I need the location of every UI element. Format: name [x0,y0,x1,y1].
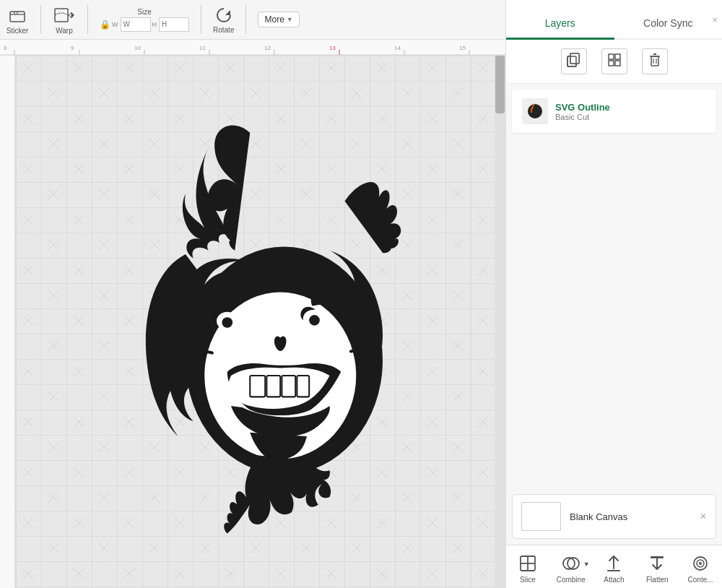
lock-icon[interactable]: 🔒 [100,20,110,30]
svg-text:8: 8 [4,45,7,51]
warp-tool[interactable]: Warp [53,5,76,35]
svg-rect-48 [615,61,620,66]
tab-layers[interactable]: Layers [506,12,614,40]
svg-rect-45 [609,54,614,59]
contour-tool[interactable]: Conte... [683,553,718,584]
combine-icon [561,553,581,574]
combine-tool[interactable]: Combine ▼ [554,553,588,584]
svg-rect-43 [570,53,579,64]
scrollbar-thumb[interactable] [495,56,505,113]
scrollbar-right[interactable] [495,56,505,588]
svg-marker-7 [225,10,230,15]
chevron-down-icon: ▼ [287,16,293,23]
sticker-tool[interactable]: Sticker [6,5,29,35]
svg-rect-46 [615,54,620,59]
separator-4 [245,5,246,34]
svg-point-36 [309,315,320,326]
blank-canvas-card[interactable]: Blank Canvas ✕ [512,494,716,539]
blank-canvas-close-icon[interactable]: ✕ [700,511,707,522]
svg-rect-4 [55,9,68,22]
canvas-area[interactable] [16,56,505,588]
panel-icon-bar [506,40,722,84]
svg-text:14: 14 [394,45,401,51]
contour-icon [690,553,710,574]
height-input[interactable] [159,17,189,32]
attach-tool[interactable]: Attach [596,553,631,584]
delete-button[interactable] [642,48,668,74]
warp-icon [53,5,76,27]
svg-rect-38 [266,376,280,397]
layer-info: SVG Outline Basic Cut [555,102,706,121]
svg-text:11: 11 [199,45,206,51]
tab-color-sync[interactable]: Color Sync ✕ [614,12,723,40]
sticker-icon [6,5,29,27]
ruler-top: 8 9 10 11 12 13 14 15 [0,40,505,56]
panel-tabs: Layers Color Sync ✕ [506,0,722,40]
separator-1 [40,5,41,34]
attach-icon [604,553,624,574]
svg-point-34 [222,317,232,328]
svg-rect-40 [297,376,309,397]
main-toolbar: Sticker Warp Size 🔒 W H [0,0,505,40]
separator-3 [201,5,201,34]
svg-rect-39 [282,376,295,397]
layers-icon [607,53,622,70]
flatten-icon [647,553,667,574]
delete-icon [648,53,662,70]
bottom-toolbar: Slice Combine ▼ Attach [506,545,722,588]
svg-point-54 [528,104,542,118]
duplicate-button[interactable] [561,48,587,74]
svg-rect-61 [651,556,664,558]
svg-marker-6 [69,12,71,18]
duplicate-icon [567,53,581,70]
rotate-tool[interactable]: Rotate [213,6,234,34]
width-input[interactable] [121,17,151,32]
rotate-icon [214,6,233,26]
svg-rect-47 [609,61,614,66]
blank-canvas-thumbnail [521,502,561,531]
more-button[interactable]: More ▼ [258,12,299,27]
panel-spacer [506,139,722,488]
layers-button[interactable] [601,48,627,74]
right-panel: Layers Color Sync ✕ [505,0,722,588]
ruler-left [0,56,16,588]
svg-point-64 [699,562,702,565]
tab-close-icon[interactable]: ✕ [712,16,718,24]
svg-text:9: 9 [71,45,74,51]
layer-thumbnail [522,98,548,124]
layer-item[interactable]: SVG Outline Basic Cut [512,90,716,133]
size-tool: Size 🔒 W H [100,8,189,32]
combine-arrow-icon: ▼ [583,561,590,568]
character-image[interactable] [110,113,413,547]
svg-rect-49 [651,56,658,66]
svg-text:12: 12 [264,45,271,51]
svg-marker-5 [71,12,74,18]
svg-text:15: 15 [459,45,466,51]
slice-tool[interactable]: Slice [510,553,545,584]
flatten-tool[interactable]: Flatten [640,553,674,584]
separator-2 [87,5,88,34]
svg-rect-37 [250,376,265,397]
svg-text:13: 13 [329,45,336,51]
svg-text:10: 10 [134,45,141,51]
slice-icon [518,553,538,574]
